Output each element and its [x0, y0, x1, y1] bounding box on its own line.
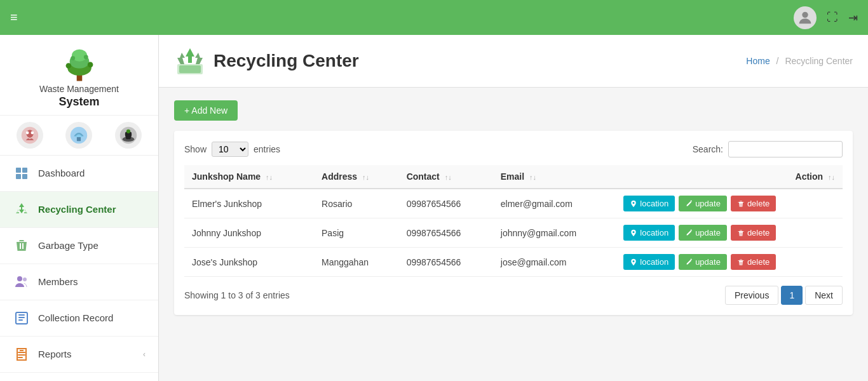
- page-title-area: Recycling Center: [174, 45, 359, 77]
- cell-name: Elmer's Junkshop: [184, 189, 314, 218]
- svg-marker-29: [195, 53, 203, 64]
- svg-marker-27: [186, 48, 194, 63]
- sidebar-item-garbage-label: Garbage Type: [38, 240, 146, 251]
- svg-point-23: [23, 277, 27, 281]
- sort-icon-name: ↑↓: [266, 173, 273, 181]
- cell-address: Pasig: [314, 218, 399, 248]
- delete-button[interactable]: delete: [731, 254, 776, 270]
- garbage-icon: [13, 237, 31, 255]
- logo-title: Waste Management System: [39, 83, 119, 110]
- sort-icon-action: ↑↓: [828, 173, 835, 181]
- sidebar-item-dashboard[interactable]: Dashboard: [0, 156, 158, 192]
- cell-address: Rosario: [314, 189, 399, 218]
- sort-icon-contact: ↑↓: [445, 173, 452, 181]
- location-button[interactable]: location: [623, 225, 675, 241]
- location-button[interactable]: location: [623, 254, 675, 270]
- show-entries: Show 10 25 50 100 entries: [184, 142, 280, 157]
- logout-icon[interactable]: ⇥: [848, 11, 858, 25]
- sidebar-item-garbage-type[interactable]: Garbage Type: [0, 228, 158, 264]
- page-number-1[interactable]: 1: [781, 286, 803, 305]
- table-card: Show 10 25 50 100 entries Search:: [174, 131, 853, 315]
- cell-email: jose@gmail.com: [493, 248, 616, 277]
- recycling-icon: [13, 201, 31, 218]
- add-new-button[interactable]: + Add New: [174, 100, 238, 121]
- update-button[interactable]: update: [679, 254, 727, 270]
- sidebar-item-collection-label: Collection Record: [38, 312, 146, 323]
- col-contact[interactable]: Contact ↑↓: [399, 165, 493, 189]
- page-title-icon: [174, 45, 206, 77]
- chevron-icon: ‹: [143, 350, 146, 359]
- delete-button[interactable]: delete: [731, 225, 776, 241]
- page-header: Recycling Center Home / Recycling Center: [159, 35, 868, 88]
- svg-point-8: [83, 55, 88, 59]
- content-area: + Add New Show 10 25 50 100 entries: [159, 88, 868, 328]
- svg-rect-18: [16, 168, 21, 173]
- sidebar-item-members[interactable]: Members: [0, 264, 158, 300]
- sidebar-icon-row: [0, 116, 158, 156]
- sidebar: Waste Management System: [0, 35, 159, 381]
- col-address[interactable]: Address ↑↓: [314, 165, 399, 189]
- svg-rect-26: [179, 65, 201, 73]
- show-label: Show: [184, 144, 207, 154]
- update-button[interactable]: update: [679, 196, 727, 211]
- table-header: Junkshop Name ↑↓ Address ↑↓ Contact ↑↓: [184, 165, 843, 189]
- sidebar-icon-1[interactable]: [17, 122, 43, 149]
- entries-label: entries: [254, 144, 280, 154]
- pagination: Previous 1 Next: [725, 286, 843, 305]
- cell-name: Jose's Junkshop: [184, 248, 314, 277]
- col-email[interactable]: Email ↑↓: [493, 165, 616, 189]
- user-avatar[interactable]: [794, 6, 817, 29]
- sidebar-logo: Waste Management System: [0, 35, 158, 116]
- col-junkshop-name[interactable]: Junkshop Name ↑↓: [184, 165, 314, 189]
- breadcrumb-separator: /: [776, 56, 779, 66]
- fullscreen-icon[interactable]: ⛶: [827, 11, 838, 24]
- sort-icon-address: ↑↓: [362, 173, 369, 181]
- members-icon: [13, 273, 31, 291]
- sidebar-item-recycling-center[interactable]: Recycling Center: [0, 192, 158, 228]
- svg-point-22: [17, 276, 22, 281]
- collection-icon: [13, 309, 31, 327]
- entries-select[interactable]: 10 25 50 100: [212, 142, 248, 157]
- cell-action: location update delete: [616, 248, 843, 277]
- sidebar-nav: Dashboard Recycling Center Garbage Type …: [0, 156, 158, 381]
- table-row: Jose's Junkshop Manggahan 09987654566 jo…: [184, 248, 843, 277]
- cell-email: elmer@gmail.com: [493, 189, 616, 218]
- svg-point-11: [26, 131, 29, 134]
- svg-point-12: [31, 131, 34, 134]
- breadcrumb-home-link[interactable]: Home: [746, 56, 770, 66]
- layout: Waste Management System: [0, 35, 868, 381]
- sidebar-item-recycling-label: Recycling Center: [38, 204, 146, 215]
- svg-point-17: [126, 129, 130, 133]
- table-row: Johnny Junkshop Pasig 09987654566 johnny…: [184, 218, 843, 248]
- delete-button[interactable]: delete: [731, 196, 776, 211]
- update-button[interactable]: update: [679, 225, 727, 241]
- cell-contact: 09987654566: [399, 248, 493, 277]
- hamburger-icon[interactable]: ≡: [10, 10, 18, 25]
- cell-action: location update delete: [616, 218, 843, 248]
- reports-icon: [13, 345, 31, 363]
- topbar-left: ≡: [10, 10, 18, 25]
- sidebar-item-dashboard-label: Dashboard: [38, 168, 146, 178]
- breadcrumb: Home / Recycling Center: [746, 56, 853, 66]
- logo-icon: [57, 45, 102, 83]
- breadcrumb-current: Recycling Center: [785, 56, 853, 66]
- svg-point-0: [802, 11, 808, 17]
- cell-address: Manggahan: [314, 248, 399, 277]
- svg-marker-28: [177, 53, 185, 64]
- dashboard-icon: [13, 164, 31, 182]
- svg-rect-19: [22, 168, 27, 173]
- sidebar-icon-2[interactable]: [65, 122, 92, 149]
- sidebar-item-reports[interactable]: Reports ‹: [0, 337, 158, 373]
- svg-point-7: [71, 56, 75, 60]
- sidebar-icon-3[interactable]: [115, 122, 142, 149]
- col-action: Action ↑↓: [616, 165, 843, 189]
- cell-action: location update delete: [616, 189, 843, 218]
- prev-button[interactable]: Previous: [725, 286, 778, 305]
- sidebar-item-collection-record[interactable]: Collection Record: [0, 300, 158, 337]
- next-button[interactable]: Next: [805, 286, 843, 305]
- svg-rect-20: [16, 174, 21, 179]
- sidebar-item-reports-label: Reports: [38, 349, 135, 359]
- search-input[interactable]: [728, 141, 843, 157]
- sidebar-item-members-label: Members: [38, 276, 146, 287]
- location-button[interactable]: location: [623, 196, 675, 211]
